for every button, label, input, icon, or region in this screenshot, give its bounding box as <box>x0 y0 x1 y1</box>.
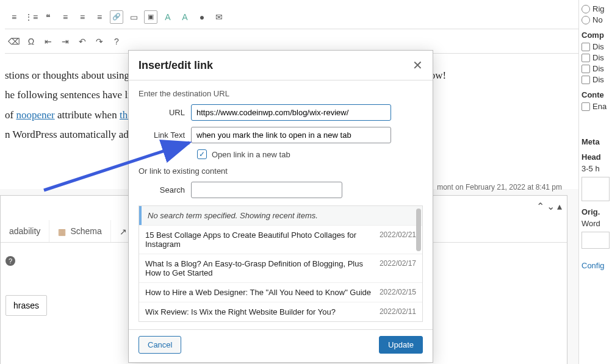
result-item[interactable]: Wix Review: Is Wix the Right Website Bui… <box>139 302 422 321</box>
checkbox-icon <box>581 65 590 73</box>
globe-icon[interactable]: ● <box>195 10 209 24</box>
list-ul-icon[interactable]: ≡ <box>7 10 21 24</box>
search-label: Search <box>139 185 191 194</box>
modal-body: Enter the destination URL URL Link Text … <box>129 80 433 329</box>
share-icon: ↗ <box>120 227 128 235</box>
modal-footer: Cancel Update <box>129 329 433 362</box>
right-sidebar: Rig No Comp Dis Dis Dis Dis Conte Ena Me… <box>578 0 612 364</box>
close-button[interactable]: ✕ <box>412 58 423 73</box>
content-link[interactable]: noopener <box>16 109 54 121</box>
quote-icon[interactable]: ❝ <box>41 10 55 24</box>
result-title: 15 Best Collage Apps to Create Beautiful… <box>145 230 372 249</box>
result-date: 2022/02/21 <box>380 230 416 249</box>
option-dis[interactable]: Dis <box>581 53 610 62</box>
result-item[interactable]: How to Hire a Web Designer: The "All You… <box>139 282 422 302</box>
style-b-icon[interactable]: A <box>178 10 192 24</box>
omega-icon[interactable]: Ω <box>24 35 38 48</box>
collapse-icon[interactable]: ▴ <box>557 201 562 212</box>
linktext-input[interactable] <box>191 127 391 143</box>
config-link[interactable]: Config <box>581 261 610 270</box>
sidebar-textbox[interactable] <box>581 232 610 249</box>
linktext-label: Link Text <box>139 130 191 140</box>
check-icon: ✓ <box>199 150 205 159</box>
align-icon[interactable]: ≡ <box>59 10 72 24</box>
image-icon[interactable]: ▭ <box>127 10 140 24</box>
insert-link-modal: Insert/edit link ✕ Enter the destination… <box>128 50 433 363</box>
update-button[interactable]: Update <box>379 336 423 354</box>
sidebar-heading: Conte <box>581 90 610 99</box>
radio-icon <box>581 16 590 24</box>
modal-header: Insert/edit link ✕ <box>129 51 433 80</box>
keyphrase-input[interactable]: hrases <box>5 295 47 316</box>
link-icon[interactable]: 🔗 <box>110 10 123 24</box>
url-hint: Enter the destination URL <box>139 89 423 98</box>
results-list: No search term specified. Showing recent… <box>139 205 423 322</box>
option-dis[interactable]: Dis <box>581 64 610 73</box>
sidebar-heading: Orig. <box>581 207 610 216</box>
style-a-icon[interactable]: A <box>161 10 175 24</box>
sidebar-text: Word <box>581 219 610 228</box>
result-item[interactable]: 15 Best Collage Apps to Create Beautiful… <box>139 225 422 254</box>
url-input[interactable] <box>191 104 391 121</box>
newtab-checkbox[interactable]: ✓ <box>197 149 207 159</box>
sidebar-heading: Comp <box>581 30 610 40</box>
option-no[interactable]: No <box>581 15 610 24</box>
modal-title: Insert/edit link <box>139 59 213 72</box>
existing-content-label: Or link to existing content <box>139 166 423 176</box>
help-icon[interactable]: ? <box>5 256 15 266</box>
checkbox-icon <box>581 54 590 62</box>
help-icon[interactable]: ? <box>110 35 123 48</box>
search-input[interactable] <box>191 182 342 198</box>
result-title: How to Hire a Web Designer: The "All You… <box>145 288 372 297</box>
result-date: 2022/02/15 <box>380 288 416 297</box>
option-ena[interactable]: Ena <box>581 102 610 111</box>
result-item[interactable]: What Is a Blog? An Easy-to-Grasp Definit… <box>139 254 422 282</box>
checkbox-icon <box>581 43 590 51</box>
newtab-label: Open link in a new tab <box>212 150 290 159</box>
result-title: Wix Review: Is Wix the Right Website Bui… <box>145 307 372 316</box>
chevron-up-icon[interactable]: ⌃ <box>536 201 544 212</box>
sidebar-heading: Meta <box>581 137 610 146</box>
checkbox-icon <box>581 76 590 84</box>
redo-icon[interactable]: ↷ <box>93 35 106 48</box>
sidebar-heading: Head <box>581 152 610 162</box>
sidebar-text: 3-5 h <box>581 164 610 173</box>
results-info: No search term specified. Showing recent… <box>139 206 422 225</box>
align-center-icon[interactable]: ≡ <box>76 10 89 24</box>
option-dis[interactable]: Dis <box>581 75 610 84</box>
result-date: 2022/02/11 <box>380 307 416 316</box>
checkbox-icon <box>581 102 590 111</box>
sidebar-textbox[interactable] <box>581 177 610 201</box>
option-rig[interactable]: Rig <box>581 4 610 13</box>
url-label: URL <box>139 108 191 117</box>
grid-icon: ▦ <box>58 227 67 235</box>
mail-icon[interactable]: ✉ <box>212 10 226 24</box>
scrollbar[interactable] <box>416 209 421 251</box>
radio-icon <box>581 5 590 13</box>
tab-readability[interactable]: adability <box>1 220 49 242</box>
cancel-button[interactable]: Cancel <box>139 336 181 354</box>
undo-icon[interactable]: ↶ <box>76 35 89 48</box>
tab-schema[interactable]: ▦ Schema <box>49 220 110 242</box>
editor-toolbar: ≡ ⋮≡ ❝ ≡ ≡ ≡ 🔗 ▭ ▣ A A ● ✉ ⛶ <box>5 5 607 29</box>
result-title: What Is a Blog? An Easy-to-Grasp Definit… <box>145 259 372 277</box>
indent-icon[interactable]: ⇥ <box>59 35 72 48</box>
chevron-down-icon[interactable]: ⌄ <box>547 201 555 212</box>
outdent-icon[interactable]: ⇤ <box>41 35 55 48</box>
align-right-icon[interactable]: ≡ <box>93 10 106 24</box>
option-dis[interactable]: Dis <box>581 42 610 51</box>
close-icon: ✕ <box>412 59 423 72</box>
list-ol-icon[interactable]: ⋮≡ <box>24 10 38 24</box>
media-icon[interactable]: ▣ <box>144 10 157 24</box>
eraser-icon[interactable]: ⌫ <box>7 35 21 48</box>
result-date: 2022/02/17 <box>380 259 416 277</box>
